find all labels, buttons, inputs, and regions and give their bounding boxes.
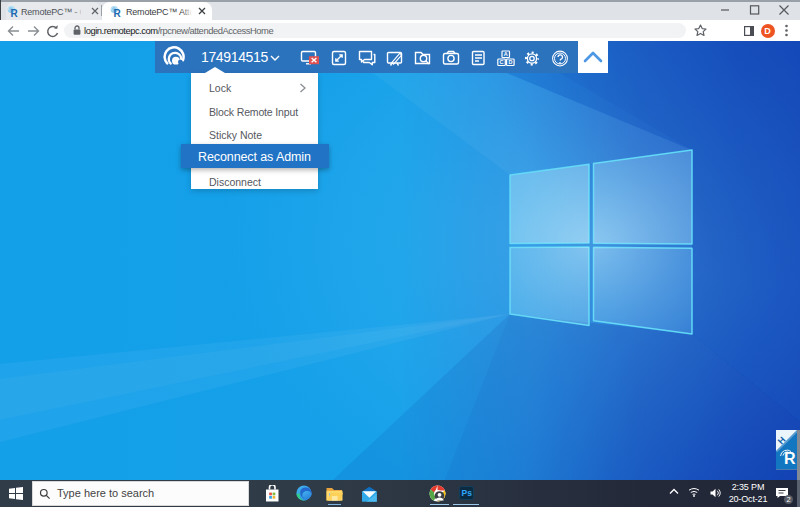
svg-text:A: A [504,51,508,57]
svg-text:R: R [784,450,796,467]
svg-text:C: C [500,59,504,65]
svg-text:R: R [10,8,18,17]
svg-text:D: D [508,59,512,65]
svg-text:R: R [113,8,121,17]
